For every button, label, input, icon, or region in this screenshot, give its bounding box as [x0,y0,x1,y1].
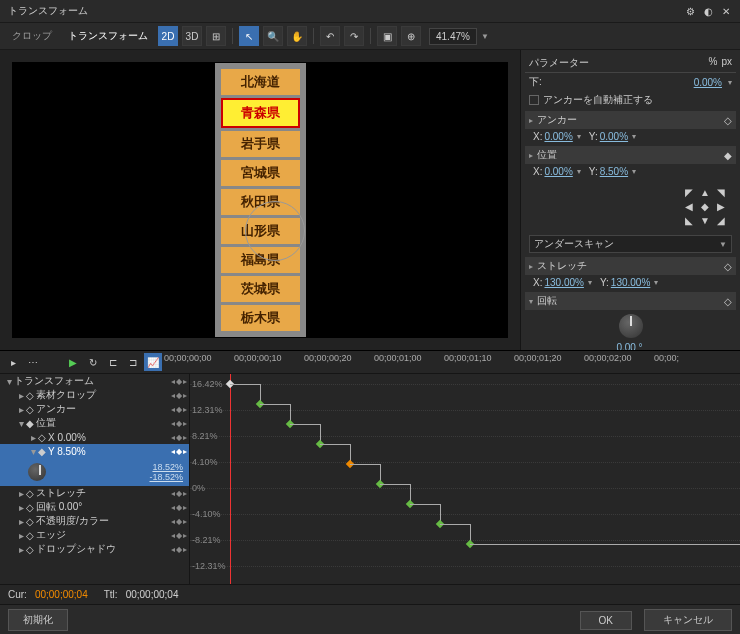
grid-button[interactable]: ⊞ [206,26,226,46]
anchor-indicator-icon [245,201,305,261]
undo-button[interactable]: ↶ [320,26,340,46]
track-row[interactable]: ▸◇回転 0.00°◂◆▸ [0,500,189,514]
ruler-tick: 00;00;00;20 [304,353,352,363]
stretch-x-value[interactable]: 130.00% [544,277,583,288]
anchor-auto-checkbox[interactable] [529,95,539,105]
list-item[interactable]: 岩手県 [221,131,300,157]
tab-transform[interactable]: トランスフォーム [62,26,154,46]
keyframe-icon[interactable]: ◇ [724,261,732,272]
rotate-label: 回転 [537,294,557,308]
anchor-y-value[interactable]: 0.00% [600,131,628,142]
arrow-nw-icon: ◤ [682,185,696,199]
pos-y-value[interactable]: 8.50% [600,166,628,177]
track-row[interactable]: ▸◇不透明度/カラー◂◆▸ [0,514,189,528]
ruler-tick: 00;00;00;00 [164,353,212,363]
safe-area-button[interactable]: ▣ [377,26,397,46]
list-item[interactable]: 青森県 [221,98,300,128]
track-row[interactable]: ▾◆Y 8.50%◂◆▸ [0,444,189,458]
list-item[interactable]: 茨城県 [221,276,300,302]
zoom-level[interactable]: 41.47% [429,28,477,45]
stretch-y-value[interactable]: 130.00% [611,277,650,288]
mode-2d-button[interactable]: 2D [158,26,178,46]
settings-icon[interactable]: ⚙ [684,5,696,17]
graph-axis-label: 16.42% [192,379,223,389]
cur-label: Cur: [8,589,27,600]
keyframe-icon[interactable]: ◇ [724,115,732,126]
arrow-up-icon: ▲ [698,185,712,199]
center-button[interactable]: ⊕ [401,26,421,46]
graph-axis-label: -12.31% [192,561,226,571]
down-value[interactable]: 0.00% [694,77,722,88]
select-tool[interactable]: ↖ [239,26,259,46]
time-ruler[interactable]: 00;00;00;0000;00;00;1000;00;00;2000;00;0… [164,353,736,371]
parameters-panel: パラメーター % px 下: 0.00% ▾ アンカーを自動補正する ▸ アンカ… [520,50,740,350]
track-row[interactable]: ▸◇エッジ◂◆▸ [0,528,189,542]
underscan-label: アンダースキャン [534,237,614,251]
keyframe-icon[interactable]: ◆ [724,150,732,161]
help-icon[interactable]: ◐ [702,5,714,17]
graph-axis-label: 0% [192,483,205,493]
zoom-tool[interactable]: 🔍 [263,26,283,46]
track-row[interactable]: ▾◆位置◂◆▸ [0,416,189,430]
pan-tool[interactable]: ✋ [287,26,307,46]
rotate-dial[interactable] [619,314,643,338]
ruler-tick: 00;00;02;00 [584,353,632,363]
stretch-expand[interactable]: ▸ [529,262,533,271]
stretch-label: ストレッチ [537,259,587,273]
zoom-dropdown-icon[interactable]: ▼ [481,32,489,41]
init-button[interactable]: 初期化 [8,609,68,631]
graph-area[interactable]: 16.42%12.31%8.21%4.10%0%-4.10%-8.21%-12.… [190,374,740,584]
graph-button[interactable]: 📈 [144,353,162,371]
params-title: パラメーター [529,56,589,70]
rotate-value[interactable]: 0.00 ° [616,342,642,350]
settings-button[interactable]: ⋯ [24,353,42,371]
collapse-button[interactable]: ▸ [4,353,22,371]
tab-crop[interactable]: クロップ [6,26,58,46]
x-label: X: [533,277,542,288]
keyframe-icon[interactable]: ◇ [724,296,732,307]
y-label: Y: [589,166,598,177]
track-row[interactable]: ▸◇X 0.00%◂◆▸ [0,430,189,444]
track-row[interactable]: ▸◇ストレッチ◂◆▸ [0,486,189,500]
cancel-button[interactable]: キャンセル [644,609,732,631]
mode-3d-button[interactable]: 3D [182,26,202,46]
window-title: トランスフォーム [8,4,88,18]
redo-button[interactable]: ↷ [344,26,364,46]
ttl-time: 00;00;00;04 [126,589,179,600]
anchor-auto-label: アンカーを自動補正する [543,93,653,107]
underscan-dropdown[interactable]: アンダースキャン▼ [529,235,732,253]
x-label: X: [533,131,542,142]
ok-button[interactable]: OK [580,611,632,630]
unit-px[interactable]: px [721,56,732,70]
playhead[interactable] [230,374,231,584]
canvas[interactable]: 北海道青森県岩手県宮城県秋田県山形県福島県茨城県栃木県 [12,62,508,338]
next-button[interactable]: ⊐ [124,353,142,371]
track-row[interactable]: ▸◇ドロップシャドウ◂◆▸ [0,542,189,556]
list-item[interactable]: 栃木県 [221,305,300,331]
rotate-expand[interactable]: ▾ [529,297,533,306]
list-item[interactable]: 宮城県 [221,160,300,186]
arrow-left-icon: ◀ [682,199,696,213]
track-row-values: 18.52%-18.52% [0,458,189,486]
position-label: 位置 [537,148,557,162]
track-row[interactable]: ▾トランスフォーム◂◆▸ [0,374,189,388]
graph-axis-label: -8.21% [192,535,221,545]
anchor-expand[interactable]: ▸ [529,116,533,125]
arrow-ne-icon: ◥ [714,185,728,199]
arrow-right-icon: ▶ [714,199,728,213]
prev-button[interactable]: ⊏ [104,353,122,371]
track-row[interactable]: ▸◇素材クロップ◂◆▸ [0,388,189,402]
chevron-down-icon[interactable]: ▾ [728,78,732,87]
pos-x-value[interactable]: 0.00% [544,166,572,177]
cur-time: 00;00;00;04 [35,589,88,600]
unit-percent[interactable]: % [709,56,718,70]
ttl-label: Ttl: [104,589,118,600]
track-row[interactable]: ▸◇アンカー◂◆▸ [0,402,189,416]
position-expand[interactable]: ▸ [529,151,533,160]
close-icon[interactable]: ✕ [720,5,732,17]
anchor-x-value[interactable]: 0.00% [544,131,572,142]
list-item[interactable]: 北海道 [221,69,300,95]
play-button[interactable]: ▶ [64,353,82,371]
nudge-arrows[interactable]: ◤▲◥ ◀◆▶ ◣▼◢ [678,181,732,231]
loop-button[interactable]: ↻ [84,353,102,371]
